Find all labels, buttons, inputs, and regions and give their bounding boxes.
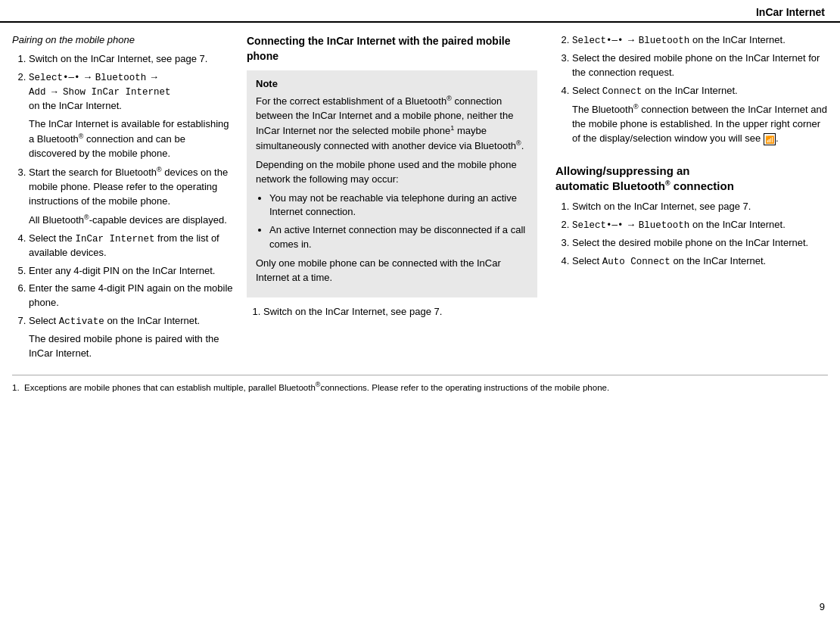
middle-column: Connecting the InCar Internet with the p… (247, 33, 549, 367)
list-item: Select the InCar Internet from the list … (29, 232, 235, 260)
list-item: Select Auto Connect on the InCar Interne… (572, 254, 828, 269)
page-header: InCar Internet (0, 0, 840, 23)
list-item: Select•—• → Bluetooth on the InCar Inter… (572, 218, 828, 232)
list-item: Switch on the InCar Internet, see page 7… (263, 305, 537, 319)
list-item: Select•—• → Bluetooth on the InCar Inter… (572, 33, 828, 48)
step2-mono: Select•—• (29, 73, 80, 83)
allow-section: Allowing/suppressing anautomatic Bluetoo… (555, 164, 828, 269)
footnote-text: 1. Exceptions are mobile phones that can… (12, 380, 828, 394)
footnote-area: 1. Exceptions are mobile phones that can… (12, 375, 828, 394)
note-bullets: You may not be reachable via telephone d… (256, 192, 528, 252)
r-step2-mono2: Bluetooth (639, 36, 690, 46)
step7-note: The desired mobile phone is paired with … (29, 332, 235, 361)
list-item: An active Internet connection may be dis… (269, 223, 528, 252)
r-step2-arrow: → (626, 34, 639, 45)
note-footer: Only one mobile phone can be connected w… (256, 257, 528, 285)
list-item: Select the desired mobile phone on the I… (572, 51, 828, 80)
right-column: Select•—• → Bluetooth on the InCar Inter… (549, 33, 828, 367)
step2-post: on the InCar Internet. (29, 100, 122, 111)
r-step2-post: on the InCar Internet. (692, 34, 786, 45)
list-item: Select Connect on the InCar Internet. Th… (572, 84, 828, 146)
step2-mono2: Bluetooth (95, 73, 147, 83)
left-column: Pairing on the mobile phone Switch on th… (12, 33, 247, 367)
list-item: Select•—• → Bluetooth → Add → Show InCar… (29, 70, 235, 161)
incar-internet-mono: InCar Internet (75, 234, 154, 245)
left-steps-list: Switch on the InCar Internet, see page 7… (12, 52, 235, 361)
a-step2-mono2: Bluetooth (639, 220, 690, 231)
step2-mono3: Add → Show InCar Internet (29, 87, 171, 98)
header-title: InCar Internet (756, 6, 825, 18)
connect-mono: Connect (602, 86, 642, 97)
list-item: Select Activate on the InCar Internet. T… (29, 314, 235, 361)
note-box: Note For the correct establishment of a … (247, 70, 537, 297)
list-item: Select the desired mobile phone on the I… (572, 236, 828, 251)
a-step2-post: on the InCar Internet. (692, 219, 786, 230)
note-title: Note (256, 78, 528, 89)
main-content: Pairing on the mobile phone Switch on th… (0, 23, 840, 375)
step2-note: The InCar Internet is available for esta… (29, 117, 235, 161)
left-section-title: Pairing on the mobile phone (12, 33, 235, 48)
bluetooth-icon: 📶 (764, 133, 776, 145)
a-step2-arrow: → (626, 219, 639, 230)
list-item: Switch on the InCar Internet, see page 7… (29, 52, 235, 67)
allow-steps-list: Switch on the InCar Internet, see page 7… (555, 200, 828, 269)
list-item: You may not be reachable via telephone d… (269, 192, 528, 220)
allow-section-title: Allowing/suppressing anautomatic Bluetoo… (555, 164, 828, 195)
a-step2-mono: Select•—• (572, 220, 624, 231)
page-number: 9 (820, 601, 825, 612)
step2-arrow: → (82, 71, 95, 83)
right-steps-list: Select•—• → Bluetooth on the InCar Inter… (555, 33, 828, 146)
list-item: Enter the same 4-digit PIN again on the … (29, 282, 235, 310)
r-step2-mono: Select•—• (572, 36, 624, 46)
list-item: Start the search for Bluetooth® devices … (29, 165, 235, 228)
autoconnect-mono: Auto Connect (602, 257, 670, 267)
mid-steps-list: Switch on the InCar Internet, see page 7… (247, 305, 537, 319)
list-item: Switch on the InCar Internet, see page 7… (572, 200, 828, 214)
note-para-1: For the correct establishment of a Bluet… (256, 94, 528, 154)
step3-note: All Bluetooth®-capable devices are displ… (29, 213, 235, 228)
mid-section-title: Connecting the InCar Internet with the p… (247, 33, 537, 64)
step4-note: The Bluetooth® connection between the In… (572, 102, 828, 146)
step2-arrow2: → (149, 71, 159, 83)
note-para-2: Depending on the mobile phone used and t… (256, 158, 528, 187)
activate-mono: Activate (59, 316, 104, 327)
list-item: Enter any 4-digit PIN on the InCar Inter… (29, 264, 235, 279)
